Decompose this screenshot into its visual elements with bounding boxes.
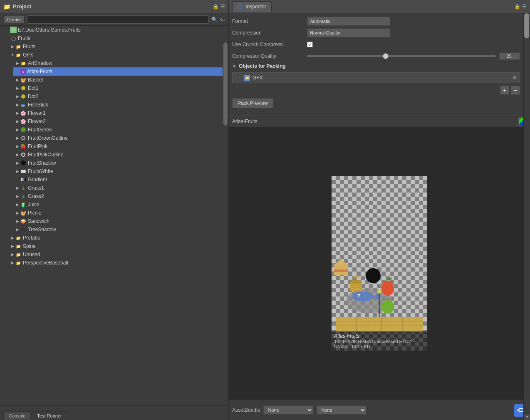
lock-icon[interactable]: 🔒 xyxy=(213,4,219,10)
info-icon: ⓘ xyxy=(238,4,243,10)
folder-icon: 📁 xyxy=(15,251,22,258)
add-object-button[interactable]: + xyxy=(500,86,509,95)
tree-scrollbar[interactable] xyxy=(223,26,228,405)
tree-item-fruitgreen[interactable]: ▶ FruitGreen xyxy=(13,126,228,134)
tree-item-sandwich[interactable]: ▶ 🥪 Sandwich xyxy=(13,217,228,225)
tree-item-treeshadow[interactable]: ▶ TreeShadow xyxy=(13,225,228,234)
svg-rect-0 xyxy=(336,317,423,332)
tree-item-atlas-fruits[interactable]: A Atlas-Fruits xyxy=(13,67,228,76)
tree-arrow: ▶ xyxy=(15,202,20,207)
tree-item-juice[interactable]: ▶ 🧃 Juice xyxy=(13,200,228,209)
treeshadow-icon xyxy=(20,226,27,233)
tree-arrow xyxy=(15,177,20,182)
svg-point-26 xyxy=(377,289,381,294)
tree-item-unused[interactable]: ▶ 📁 Unused xyxy=(8,250,228,259)
object-folder-icon: 📁 xyxy=(244,75,250,81)
format-select[interactable]: Automatic xyxy=(307,17,390,26)
tree-label: FruitShadow xyxy=(28,160,56,166)
bundle-select-1[interactable]: None xyxy=(263,405,313,415)
search-input[interactable] xyxy=(27,15,209,24)
asset-bundle-bar: AssetBundle None None 🏷 xyxy=(229,399,530,420)
svg-point-17 xyxy=(350,280,362,284)
tree-item-artshadow[interactable]: ▶ 📁 ArtShadow xyxy=(13,59,228,67)
tree-label: Fruits xyxy=(18,35,30,41)
filter-icon[interactable]: 🏷 xyxy=(220,17,225,22)
gear-icon[interactable]: ⚙ xyxy=(513,75,517,81)
tree-item-fruitpinkoutline[interactable]: ▶ FruitPinkOutline xyxy=(13,151,228,159)
scrollbar-thumb[interactable] xyxy=(524,13,529,38)
tree-item-gfx[interactable]: ▼ 📁 GFX xyxy=(8,51,228,59)
tree-item-fruitswhite[interactable]: ▶ FruitsWhite xyxy=(13,167,228,175)
scroll-down-button[interactable]: ▼ xyxy=(524,413,530,420)
tree-item-e7[interactable]: cs E7.DuelOtters.Games.Fruits xyxy=(3,26,228,34)
remove-object-btn[interactable]: − xyxy=(235,74,242,81)
tree-item-grass1[interactable]: ▶ Grass1 xyxy=(13,184,228,192)
tree-arrow: ▶ xyxy=(15,127,20,132)
tree-item-fruits-root[interactable]: ◯ Fruits xyxy=(3,34,228,42)
tree-arrow xyxy=(5,36,10,41)
flower-icon: 🌸 xyxy=(20,110,27,116)
tree-item-picnic[interactable]: ▶ 🧺 Picnic xyxy=(13,209,228,217)
tab-console[interactable]: Console xyxy=(3,411,31,420)
inspector-scrollbar[interactable]: ▲ ▼ xyxy=(523,13,530,420)
tree-item-prefabs[interactable]: ▶ 📁 Prefabs xyxy=(8,234,228,242)
menu-icon[interactable]: ☰ xyxy=(220,4,225,10)
compression-label: Compression xyxy=(232,30,307,36)
bundle-select-2[interactable]: None xyxy=(317,405,367,415)
checkerboard-bg: + + + + xyxy=(332,176,427,351)
search-icon[interactable]: 🔍 xyxy=(211,17,218,22)
remove-object-button[interactable]: − xyxy=(511,86,520,95)
tree-label: FruitGreenOutline xyxy=(28,135,67,141)
quality-row: Compressor Quality xyxy=(232,52,520,61)
scrollbar-thumb[interactable] xyxy=(223,42,228,126)
project-title: Project xyxy=(13,3,31,10)
tree-arrow: ▶ xyxy=(15,136,20,141)
tree-item-spine[interactable]: ▶ 📁 Spine xyxy=(8,242,228,250)
tree-label: E7.DuelOtters.Games.Fruits xyxy=(18,27,81,33)
tree-item-fishstick[interactable]: ▶ 🐟 FishStick xyxy=(13,101,228,109)
atlas-header: Atlas-Fruits xyxy=(229,116,530,127)
tree-item-flower2[interactable]: ▶ 🌸 Flower2 xyxy=(13,117,228,126)
compression-select[interactable]: Normal Quality xyxy=(307,28,390,37)
tree-arrow: ▶ xyxy=(15,227,20,232)
objects-section-title: Objects for Packing xyxy=(239,63,286,69)
tree-item-perspectivebaseball[interactable]: ▶ 📁 PerspectiveBaseball xyxy=(8,259,228,267)
tree-item-dot2[interactable]: ▶ Dot2 xyxy=(13,92,228,101)
create-button[interactable]: Create xyxy=(3,16,25,23)
tree-arrow xyxy=(15,69,20,74)
checkmark: ✓ xyxy=(308,42,312,47)
unity-icon: ◯ xyxy=(10,35,17,42)
tree-item-gradient[interactable]: Gradient xyxy=(13,175,228,184)
tree-item-basket[interactable]: ▶ 🧺 Basket xyxy=(13,76,228,84)
lock-icon[interactable]: 🔒 xyxy=(514,4,520,10)
tree-item-fruitgreenoutline[interactable]: ▶ FruitGreenOutline xyxy=(13,134,228,142)
tree-arrow: ▶ xyxy=(15,144,20,149)
inspector-tab[interactable]: ⓘ Inspector xyxy=(232,1,272,12)
fruit-outline-icon xyxy=(20,135,27,141)
tree-item-fruits-folder[interactable]: ▶ 📁 Fruits xyxy=(8,42,228,51)
tree-label: ArtShadow xyxy=(28,60,52,66)
tree-item-fruitpink[interactable]: ▶ 🍓 FruitPink xyxy=(13,142,228,151)
sandwich-icon: 🥪 xyxy=(20,218,27,225)
tree-label: Dot1 xyxy=(28,85,38,91)
tree-label: FruitsWhite xyxy=(28,168,53,174)
tree-item-dot1[interactable]: ▶ Dot1 xyxy=(13,84,228,92)
pack-preview-button[interactable]: Pack Preview xyxy=(232,98,273,108)
atlas-icon: A xyxy=(20,69,26,74)
tree-item-flower1[interactable]: ▶ 🌸 Flower1 xyxy=(13,109,228,117)
quality-slider[interactable] xyxy=(307,55,496,57)
slider-thumb[interactable] xyxy=(383,53,389,59)
menu-icon[interactable]: ☰ xyxy=(522,4,527,10)
folder-icon: 📁 xyxy=(15,259,22,266)
tree-arrow: ▶ xyxy=(10,244,15,249)
tree-item-grass2[interactable]: ▶ Grass2 xyxy=(13,192,228,200)
quality-number-input[interactable] xyxy=(499,52,520,60)
tab-test-runner[interactable]: Test Runner xyxy=(32,411,67,420)
tree-label: Basket xyxy=(28,77,43,83)
svg-rect-21 xyxy=(334,265,348,269)
crunch-checkbox[interactable]: ✓ xyxy=(307,42,313,47)
tree-item-fruitshadow[interactable]: ▶ FruitShadow xyxy=(13,159,228,167)
tree-arrow: ▶ xyxy=(10,235,15,240)
script-icon: cs xyxy=(10,27,17,33)
atlas-preview: Atlas-Fruits xyxy=(229,115,530,420)
